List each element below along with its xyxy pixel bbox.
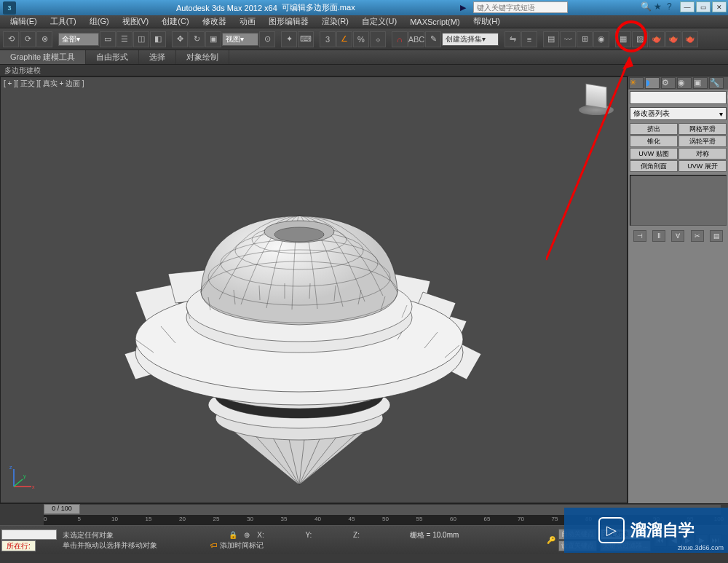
modify-tab-icon[interactable]: ◗ — [645, 77, 660, 89]
hierarchy-tab-icon[interactable]: ⚙ — [661, 77, 676, 89]
x-coord-field[interactable] — [266, 536, 302, 538]
select-icon[interactable]: ▭ — [100, 31, 116, 47]
y-coord-field[interactable] — [313, 536, 349, 538]
mod-uvwunwrap-button[interactable]: UVW 展开 — [678, 160, 727, 172]
svg-text:y: y — [23, 473, 26, 479]
select-name-icon[interactable]: ☰ — [116, 31, 132, 47]
configure-icon[interactable]: ▤ — [710, 230, 723, 242]
help-icon[interactable]: ? — [667, 1, 677, 12]
remove-mod-icon[interactable]: ✂ — [691, 230, 704, 242]
help-search-input[interactable] — [473, 1, 568, 13]
watermark: ▷ 溜溜自学 zixue.3d66.com — [564, 508, 728, 553]
close-button[interactable]: ✕ — [712, 1, 727, 12]
mod-symmetry-button[interactable]: 对称 — [678, 148, 727, 160]
menu-help[interactable]: 帮助(H) — [467, 15, 506, 28]
window-crossing-icon[interactable]: ◧ — [150, 31, 166, 47]
favorite-icon[interactable]: ★ — [654, 1, 664, 12]
manipulate-icon[interactable]: ✦ — [281, 31, 297, 47]
curve-editor-icon[interactable]: 〰 — [560, 31, 576, 47]
menu-views[interactable]: 视图(V) — [116, 15, 155, 28]
watermark-url: zixue.3d66.com — [678, 544, 724, 551]
ribbon-tab-selection[interactable]: 选择 — [139, 50, 176, 64]
modifier-stack[interactable] — [630, 175, 727, 226]
mirror-icon[interactable]: ⇋ — [505, 31, 521, 47]
app-logo-icon[interactable]: 3 — [3, 1, 16, 15]
spinner-snap-icon[interactable]: ⟐ — [370, 31, 386, 47]
create-tab-icon[interactable]: ✳ — [629, 77, 644, 89]
render-setup-icon[interactable]: ▦ — [615, 31, 631, 47]
render-frame-icon[interactable]: ▨ — [632, 31, 648, 47]
modifier-list-dropdown[interactable]: 修改器列表▾ — [630, 107, 727, 120]
menu-tools[interactable]: 工具(T) — [44, 15, 82, 28]
named-selection-dropdown[interactable]: 创建选择集 ▾ — [442, 33, 499, 46]
minimize-button[interactable]: — — [680, 1, 695, 12]
edit-named-icon[interactable]: ✎ — [425, 31, 441, 47]
selection-filter-dropdown[interactable]: 全部 ▾ — [58, 33, 99, 46]
teapot-icon[interactable]: 🫖 — [682, 31, 698, 47]
menu-edit[interactable]: 编辑(E) — [4, 15, 43, 28]
ribbon-tab-graphite[interactable]: Graphite 建模工具 — [0, 50, 86, 64]
link-icon[interactable]: ⟲ — [3, 31, 19, 47]
layers-icon[interactable]: ▤ — [543, 31, 559, 47]
unlink-icon[interactable]: ⟳ — [20, 31, 36, 47]
mod-uvwmap-button[interactable]: UVW 贴图 — [630, 148, 678, 160]
menu-maxscript[interactable]: MAXScript(M) — [404, 17, 465, 27]
mod-extrude-button[interactable]: 挤出 — [630, 123, 678, 135]
key-icon[interactable]: 🔑 — [547, 536, 555, 544]
menu-bar: 编辑(E) 工具(T) 组(G) 视图(V) 创建(C) 修改器 动画 图形编辑… — [0, 15, 728, 28]
menu-create[interactable]: 创建(C) — [156, 15, 194, 28]
bind-icon[interactable]: ⊗ — [36, 31, 52, 47]
render-prod-icon[interactable]: 🫖 — [665, 31, 681, 47]
ref-coord-dropdown[interactable]: 视图 ▾ — [222, 33, 258, 46]
align-icon[interactable]: ≡ — [521, 31, 537, 47]
mod-bevel-button[interactable]: 倒角剖面 — [630, 160, 678, 172]
render-icon[interactable]: 🫖 — [649, 31, 665, 47]
coord-toggle-icon[interactable]: ⊕ — [244, 531, 250, 539]
maximize-button[interactable]: ▭ — [696, 1, 711, 12]
menu-render[interactable]: 渲染(R) — [316, 15, 355, 28]
mod-meshsmooth-button[interactable]: 网格平滑 — [678, 123, 727, 135]
menu-graph[interactable]: 图形编辑器 — [263, 15, 314, 28]
script-input[interactable] — [1, 529, 57, 540]
selection-lock-icon[interactable]: ABC — [408, 31, 424, 47]
make-unique-icon[interactable]: ∀ — [671, 230, 684, 242]
pivot-icon[interactable]: ⊙ — [259, 31, 275, 47]
lock-icon[interactable]: 🔒 — [229, 531, 237, 539]
utilities-tab-icon[interactable]: 🔧 — [709, 77, 724, 89]
ribbon-tab-freeform[interactable]: 自由形式 — [86, 50, 139, 64]
menu-modifiers[interactable]: 修改器 — [197, 15, 232, 28]
motion-tab-icon[interactable]: ◉ — [677, 77, 692, 89]
magnet-icon[interactable]: ∩ — [392, 31, 408, 47]
show-result-icon[interactable]: Ⅱ — [652, 230, 665, 242]
percent-snap-icon[interactable]: % — [353, 31, 369, 47]
time-slider-handle[interactable]: 0 / 100 — [44, 504, 80, 514]
ribbon-tab-paint[interactable]: 对象绘制 — [176, 50, 229, 64]
pin-stack-icon[interactable]: ⊣ — [633, 230, 646, 242]
menu-customize[interactable]: 自定义(U) — [356, 15, 403, 28]
ribbon-panel-label[interactable]: 多边形建模 — [0, 65, 728, 76]
snap-toggle-icon[interactable]: 3 — [320, 31, 336, 47]
z-coord-field[interactable] — [361, 536, 397, 538]
play-icon[interactable]: ▶ — [460, 3, 466, 12]
viewcube[interactable] — [579, 84, 614, 119]
mod-turbosmooth-button[interactable]: 涡轮平滑 — [678, 135, 727, 147]
menu-group[interactable]: 组(G) — [84, 15, 115, 28]
select-region-icon[interactable]: ◫ — [133, 31, 149, 47]
object-name-field[interactable]: ■ — [630, 91, 727, 104]
keyboard-icon[interactable]: ⌨ — [298, 31, 314, 47]
mod-taper-button[interactable]: 锥化 — [630, 135, 678, 147]
rotate-icon[interactable]: ↻ — [189, 31, 205, 47]
menu-animation[interactable]: 动画 — [234, 15, 261, 28]
viewport-label[interactable]: [ + ][ 正交 ][ 真实 + 边面 ] — [4, 79, 84, 89]
tag-icon[interactable]: 🏷 — [210, 541, 218, 549]
display-tab-icon[interactable]: ▣ — [693, 77, 708, 89]
schematic-icon[interactable]: ⊞ — [577, 31, 593, 47]
model-wireframe — [74, 165, 481, 492]
scale-icon[interactable]: ▣ — [205, 31, 221, 47]
angle-snap-icon[interactable]: ∠ — [336, 31, 352, 47]
binoculars-icon[interactable]: 🔍 — [641, 1, 651, 12]
move-icon[interactable]: ✥ — [172, 31, 188, 47]
viewport[interactable]: [ + ][ 正交 ][ 真实 + 边面 ] — [0, 76, 628, 503]
add-time-tag-button[interactable]: 添加时间标记 — [220, 541, 264, 549]
material-editor-icon[interactable]: ◉ — [593, 31, 609, 47]
